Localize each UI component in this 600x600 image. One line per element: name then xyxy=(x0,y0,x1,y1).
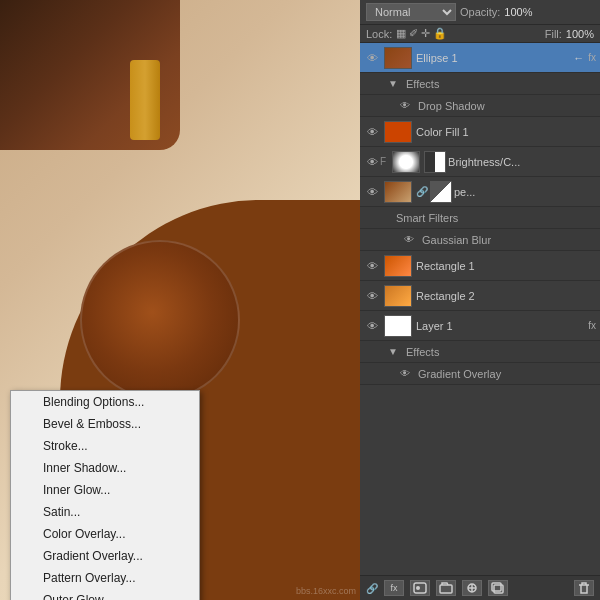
svg-rect-2 xyxy=(440,585,452,593)
layer-name-rect2: Rectangle 2 xyxy=(416,290,596,302)
opacity-value: 100% xyxy=(504,6,532,18)
gaussian-blur-effect[interactable]: 👁 Gaussian Blur xyxy=(360,229,600,251)
layers-list: 👁 Ellipse 1 ← fx ▼ Effects 👁 Drop Shadow… xyxy=(360,43,600,575)
layer-brightness[interactable]: 👁 F Brightness/C... xyxy=(360,147,600,177)
effect-eye-gradient[interactable]: 👁 xyxy=(400,368,414,379)
link-icon: 🔗 xyxy=(366,583,378,594)
visibility-pe[interactable]: 👁 xyxy=(364,184,380,200)
lock-all-icon[interactable]: 🔒 xyxy=(433,27,447,40)
thumb-brightness xyxy=(392,151,420,173)
visibility-brightness[interactable]: 👁 xyxy=(364,154,380,170)
check-color-overlay xyxy=(27,528,39,540)
context-menu-item-bevel[interactable]: Bevel & Emboss... xyxy=(11,413,199,435)
new-adjustment-button[interactable] xyxy=(462,580,482,596)
canvas-area: Blending Options... Bevel & Emboss... St… xyxy=(0,0,360,600)
lock-position-icon[interactable]: ✛ xyxy=(421,27,430,40)
lock-row: Lock: ▦ ✐ ✛ 🔒 Fill: 100% xyxy=(360,25,600,43)
layers-panel: Normal Opacity: 100% Lock: ▦ ✐ ✛ 🔒 Fill:… xyxy=(360,0,600,600)
effects-group-ellipse1: ▼ Effects xyxy=(360,73,600,95)
smart-filters-group: Smart Filters xyxy=(360,207,600,229)
check-gradient-overlay xyxy=(27,550,39,562)
layer-name-ellipse1: Ellipse 1 xyxy=(416,52,571,64)
context-menu-item-inner-shadow[interactable]: Inner Shadow... xyxy=(11,457,199,479)
layer-name-layer1: Layer 1 xyxy=(416,320,584,332)
layer-rect2[interactable]: 👁 Rectangle 2 xyxy=(360,281,600,311)
effects-layer1-icon: ▼ xyxy=(388,346,402,357)
effects-group-layer1: ▼ Effects xyxy=(360,341,600,363)
context-menu-item-outer-glow[interactable]: Outer Glow... xyxy=(11,589,199,600)
thumb-rect2 xyxy=(384,285,412,307)
effect-eye-dropshadow[interactable]: 👁 xyxy=(400,100,414,111)
check-inner-shadow xyxy=(27,462,39,474)
layer-rect1[interactable]: 👁 Rectangle 1 xyxy=(360,251,600,281)
thumb-ellipse1 xyxy=(384,47,412,69)
blend-mode-select[interactable]: Normal xyxy=(366,3,456,21)
check-bevel xyxy=(27,418,39,430)
visibility-ellipse1[interactable]: 👁 xyxy=(364,50,380,66)
app-container: Blending Options... Bevel & Emboss... St… xyxy=(0,0,600,600)
layer-name-brightness: Brightness/C... xyxy=(448,156,596,168)
effect-drop-shadow-ellipse1[interactable]: 👁 Drop Shadow xyxy=(360,95,600,117)
blend-mode-row: Normal Opacity: 100% xyxy=(360,0,600,25)
visibility-rect1[interactable]: 👁 xyxy=(364,258,380,274)
check-satin xyxy=(27,506,39,518)
effect-name-dropshadow: Drop Shadow xyxy=(418,100,485,112)
context-menu-item-blending[interactable]: Blending Options... xyxy=(11,391,199,413)
effects-layer1-label: Effects xyxy=(406,346,439,358)
layer-colorfill1[interactable]: 👁 Color Fill 1 xyxy=(360,117,600,147)
visibility-rect2[interactable]: 👁 xyxy=(364,288,380,304)
check-outer-glow xyxy=(27,594,39,600)
effects-label: Effects xyxy=(406,78,439,90)
visibility-layer1[interactable]: 👁 xyxy=(364,318,380,334)
context-menu-item-satin[interactable]: Satin... xyxy=(11,501,199,523)
context-menu-item-gradient-overlay[interactable]: Gradient Overlay... xyxy=(11,545,199,567)
check-inner-glow xyxy=(27,484,39,496)
effect-gradient-overlay-layer1[interactable]: 👁 Gradient Overlay xyxy=(360,363,600,385)
arrow-ellipse1: ← xyxy=(573,52,584,64)
layer-name-pe: pe... xyxy=(454,186,596,198)
check-stroke xyxy=(27,440,39,452)
watermark: bbs.16xxc.com xyxy=(296,586,356,596)
lock-transparent-icon[interactable]: ▦ xyxy=(396,27,406,40)
visibility-colorfill1[interactable]: 👁 xyxy=(364,124,380,140)
context-menu-item-color-overlay[interactable]: Color Overlay... xyxy=(11,523,199,545)
context-menu: Blending Options... Bevel & Emboss... St… xyxy=(10,390,200,600)
fill-label: Fill: xyxy=(545,28,562,40)
fx-layer1[interactable]: fx xyxy=(588,320,596,331)
layer-name-rect1: Rectangle 1 xyxy=(416,260,596,272)
effect-eye-gaussian[interactable]: 👁 xyxy=(404,234,418,245)
effects-label-icon: ▼ xyxy=(388,78,402,89)
mask-brightness xyxy=(424,151,446,173)
new-group-button[interactable] xyxy=(436,580,456,596)
check-pattern-overlay xyxy=(27,572,39,584)
mask-pe xyxy=(430,181,452,203)
context-menu-item-stroke[interactable]: Stroke... xyxy=(11,435,199,457)
layer-name-colorfill1: Color Fill 1 xyxy=(416,126,596,138)
fx-button[interactable]: fx xyxy=(384,580,404,596)
f-brightness: F xyxy=(380,156,386,167)
context-menu-item-pattern-overlay[interactable]: Pattern Overlay... xyxy=(11,567,199,589)
new-layer-button[interactable] xyxy=(488,580,508,596)
thumb-rect1 xyxy=(384,255,412,277)
canvas-strap-shape xyxy=(130,60,160,140)
layer-layer1[interactable]: 👁 Layer 1 fx xyxy=(360,311,600,341)
effect-name-gradient: Gradient Overlay xyxy=(418,368,501,380)
thumb-layer1 xyxy=(384,315,412,337)
fx-ellipse1[interactable]: fx xyxy=(588,52,596,63)
effect-name-gaussian: Gaussian Blur xyxy=(422,234,491,246)
smart-filters-label: Smart Filters xyxy=(396,212,458,224)
check-blending xyxy=(27,396,39,408)
fill-value: 100% xyxy=(566,28,594,40)
svg-point-1 xyxy=(416,586,420,590)
delete-layer-button[interactable] xyxy=(574,580,594,596)
add-mask-button[interactable] xyxy=(410,580,430,596)
thumb-colorfill1 xyxy=(384,121,412,143)
layer-ellipse1[interactable]: 👁 Ellipse 1 ← fx xyxy=(360,43,600,73)
lock-icons: ▦ ✐ ✛ 🔒 xyxy=(396,27,447,40)
lock-pixels-icon[interactable]: ✐ xyxy=(409,27,418,40)
chain-pe: 🔗 xyxy=(416,186,428,197)
panel-footer: 🔗 fx xyxy=(360,575,600,600)
canvas-circle-shape xyxy=(80,240,240,400)
context-menu-item-inner-glow[interactable]: Inner Glow... xyxy=(11,479,199,501)
layer-pe[interactable]: 👁 🔗 pe... xyxy=(360,177,600,207)
